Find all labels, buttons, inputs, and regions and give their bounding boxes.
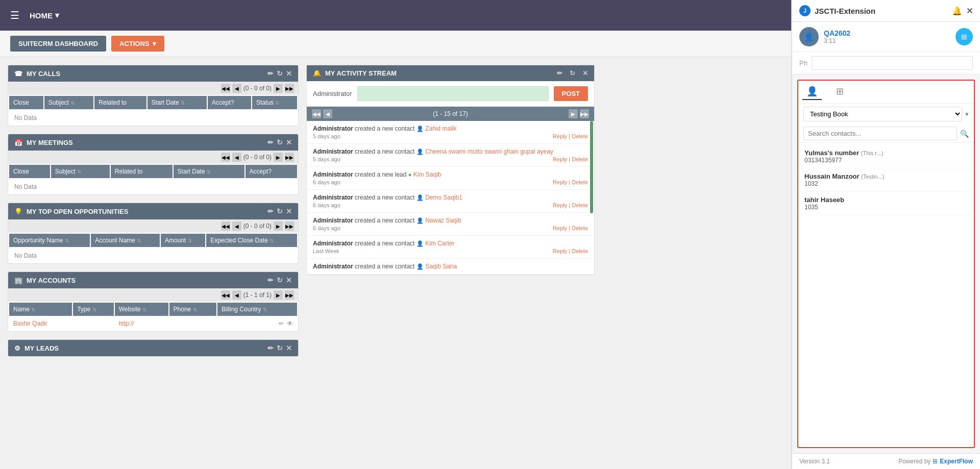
activity-contact-link[interactable]: Zahid malik xyxy=(425,125,456,132)
contact-search-icon[interactable]: 🔍 xyxy=(960,130,969,138)
activity-close-icon[interactable]: ✕ xyxy=(582,69,588,77)
acc-prev-btn[interactable]: ◀ xyxy=(232,290,241,300)
opp-prev-btn[interactable]: ◀ xyxy=(232,221,241,231)
opp-next-btn[interactable]: ▶ xyxy=(274,221,283,231)
contact-book-select[interactable]: Testing Book xyxy=(803,107,962,121)
delete-link[interactable]: Delete xyxy=(572,133,588,139)
opp-col-closedate: Expected Close Date ⇅ xyxy=(206,234,297,247)
calls-close-icon[interactable]: ✕ xyxy=(286,69,292,78)
activity-contact-link[interactable]: Kim Carter xyxy=(425,240,454,247)
calls-first-btn[interactable]: ◀◀ xyxy=(221,84,230,93)
activity-list-wrapper: Administrator created a new contact 👤 Za… xyxy=(307,121,594,275)
reply-link[interactable]: Reply xyxy=(553,179,567,185)
accounts-edit-icon[interactable]: ✏ xyxy=(267,276,274,284)
calls-edit-icon[interactable]: ✏ xyxy=(267,69,274,78)
account-billing: ✏ 👁 xyxy=(217,317,297,330)
meetings-refresh-icon[interactable]: ↻ xyxy=(277,138,283,146)
reply-link[interactable]: Reply xyxy=(553,225,567,231)
activity-time: 6 days ago Reply | Delete xyxy=(313,202,588,208)
leads-refresh-icon[interactable]: ↻ xyxy=(277,344,283,352)
meetings-next-btn[interactable]: ▶ xyxy=(274,153,283,162)
contact-number: 1035 xyxy=(804,204,968,211)
version-label: Version 3.1 xyxy=(799,458,830,465)
act-first-btn[interactable]: ◀◀ xyxy=(312,109,321,118)
calls-table: Close Subject ⇅ Related to Start Date ⇅ … xyxy=(8,95,298,110)
meetings-last-btn[interactable]: ▶▶ xyxy=(285,153,294,162)
list-item[interactable]: Hussain Manzoor (Testin...) 1032 xyxy=(798,168,974,192)
list-item[interactable]: Yulmas's number (This r...) 03134135977 xyxy=(798,145,974,168)
opp-col-amount: Amount ⇅ xyxy=(161,234,205,247)
caller-info: QA2602 3:11 xyxy=(824,29,950,44)
post-input[interactable] xyxy=(357,86,549,101)
activity-contact-link[interactable]: Saqib Sana xyxy=(425,263,457,270)
meetings-prev-btn[interactable]: ◀ xyxy=(232,153,241,162)
hamburger-icon[interactable]: ☰ xyxy=(10,9,19,21)
activity-contact-link[interactable]: Nawaz Saqib xyxy=(425,217,461,224)
home-label: HOME xyxy=(30,11,53,20)
account-website[interactable]: http:// xyxy=(119,320,134,327)
acc-next-btn[interactable]: ▶ xyxy=(274,290,283,300)
reply-link[interactable]: Reply xyxy=(553,248,567,254)
activity-contact-link[interactable]: Kim Saqib xyxy=(413,171,442,178)
contact-panel: 👤 ⊞ Testing Book ▾ 🔍 Yulmas's number (Th… xyxy=(797,80,975,448)
activity-contact-link[interactable]: Demo Saqib1 xyxy=(425,194,462,201)
contact-number: 03134135977 xyxy=(804,157,968,164)
activity-refresh-icon[interactable]: ↻ xyxy=(570,69,575,77)
opp-last-btn[interactable]: ▶▶ xyxy=(285,221,294,231)
account-name-link[interactable]: Bashir Qadir xyxy=(13,320,47,327)
book-dropdown-icon: ▾ xyxy=(965,110,969,118)
reply-link[interactable]: Reply xyxy=(553,156,567,162)
delete-link[interactable]: Delete xyxy=(572,248,588,254)
acc-last-btn[interactable]: ▶▶ xyxy=(285,290,294,300)
delete-link[interactable]: Delete xyxy=(572,225,588,231)
jscti-bell-icon[interactable]: 🔔 xyxy=(952,6,962,16)
delete-link[interactable]: Delete xyxy=(572,156,588,162)
activity-contact-link[interactable]: Cheena swami mutto swami ghain gupal aye… xyxy=(425,148,553,155)
accounts-refresh-icon[interactable]: ↻ xyxy=(277,276,283,284)
reply-link[interactable]: Reply xyxy=(553,133,567,139)
opportunities-close-icon[interactable]: ✕ xyxy=(286,207,292,215)
admin-label: Administrator xyxy=(313,90,352,97)
calls-title: MY CALLS xyxy=(27,70,263,78)
acc-first-btn[interactable]: ◀◀ xyxy=(221,290,230,300)
activity-action: created a new lead xyxy=(355,171,408,178)
leads-edit-icon[interactable]: ✏ xyxy=(267,344,274,352)
activity-icon: 🔔 xyxy=(313,69,321,77)
contact-grid-tab[interactable]: ⊞ xyxy=(832,84,848,100)
calls-prev-btn[interactable]: ◀ xyxy=(232,84,241,93)
actions-button[interactable]: ACTIONS ▾ xyxy=(111,36,164,52)
meetings-close-icon[interactable]: ✕ xyxy=(286,138,292,146)
list-item[interactable]: tahir Haseeb 1035 xyxy=(798,192,974,215)
scroll-indicator xyxy=(590,121,593,213)
caller-grid-button[interactable]: ⊞ xyxy=(955,28,973,45)
reply-link[interactable]: Reply xyxy=(553,202,567,208)
accounts-close-icon[interactable]: ✕ xyxy=(286,276,292,284)
jscti-close-icon[interactable]: ✕ xyxy=(966,6,973,16)
leads-close-icon[interactable]: ✕ xyxy=(286,344,292,352)
activity-actions: Reply | Delete xyxy=(553,179,588,185)
calls-last-btn[interactable]: ▶▶ xyxy=(285,84,294,93)
suitecrm-dashboard-button[interactable]: SUITECRM DASHBOARD xyxy=(10,36,106,52)
phone-input[interactable] xyxy=(812,56,973,70)
calls-next-btn[interactable]: ▶ xyxy=(274,84,283,93)
post-button[interactable]: POST xyxy=(554,86,588,101)
act-next-btn[interactable]: ▶ xyxy=(569,109,578,118)
meetings-title: MY MEETINGS xyxy=(27,139,263,146)
calls-refresh-icon[interactable]: ↻ xyxy=(277,69,283,78)
meetings-first-btn[interactable]: ◀◀ xyxy=(221,153,230,162)
activity-edit-icon[interactable]: ✏ xyxy=(557,69,562,77)
home-button[interactable]: HOME ▾ xyxy=(30,11,59,20)
contact-search-input[interactable] xyxy=(803,127,957,140)
act-prev-btn[interactable]: ◀ xyxy=(323,109,332,118)
calls-col-startdate: Start Date ⇅ xyxy=(148,96,207,109)
delete-link[interactable]: Delete xyxy=(572,202,588,208)
opportunities-refresh-icon[interactable]: ↻ xyxy=(277,207,283,215)
opp-first-btn[interactable]: ◀◀ xyxy=(221,221,230,231)
delete-link[interactable]: Delete xyxy=(572,179,588,185)
account-view-icon[interactable]: 👁 xyxy=(287,320,293,327)
opportunities-edit-icon[interactable]: ✏ xyxy=(267,207,274,215)
act-last-btn[interactable]: ▶▶ xyxy=(580,109,589,118)
account-edit-icon[interactable]: ✏ xyxy=(279,320,284,327)
meetings-edit-icon[interactable]: ✏ xyxy=(267,138,274,146)
contact-person-tab[interactable]: 👤 xyxy=(802,84,822,100)
